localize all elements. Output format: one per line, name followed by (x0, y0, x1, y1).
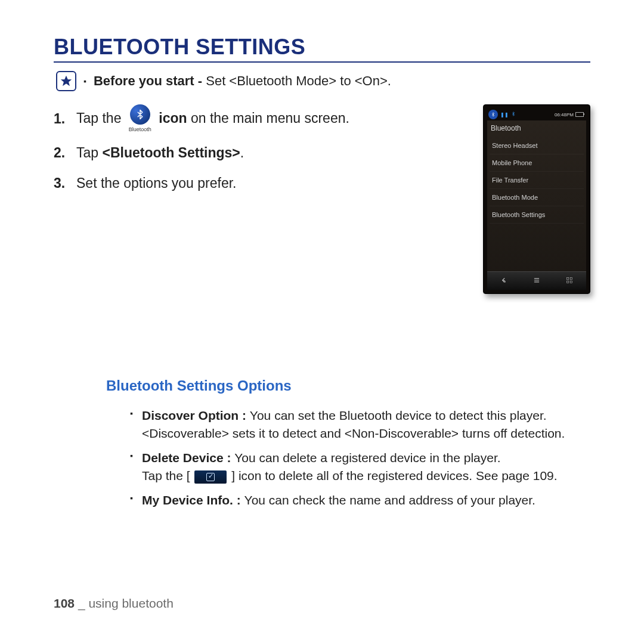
options-list: Discover Option : You can set the Blueto… (106, 407, 590, 509)
option-text: ] icon to delete all of the registered d… (228, 469, 557, 482)
step-2-pre: Tap (76, 145, 102, 160)
content-row: 1. Tap the Bluetooth icon on the main me… (54, 104, 590, 294)
device-screenshot: ❚❚ 06:48PM Bluetooth Stereo Headset Mobi… (483, 104, 590, 294)
grid-icon (565, 276, 574, 286)
step-1-pre: Tap the (76, 110, 125, 126)
device-menu: Stereo Headset Mobile Phone File Transfe… (487, 137, 586, 224)
star-icon (56, 71, 76, 91)
note-text: Before you start - Set <Bluetooth Mode> … (94, 73, 391, 89)
bluetooth-glyph-icon (511, 111, 516, 118)
device-menu-item: File Transfer (490, 172, 584, 189)
step-num: 1. (54, 108, 70, 130)
option-text: You can set the Bluetooth device to dete… (250, 408, 547, 422)
bullet-icon: ▪ (83, 76, 86, 86)
svg-rect-2 (570, 277, 572, 280)
note-row: ▪ Before you start - Set <Bluetooth Mode… (54, 71, 590, 91)
option-delete: Delete Device : You can delete a registe… (130, 449, 590, 485)
page-title: BLUETOOTH SETTINGS (54, 35, 590, 63)
option-device-info: My Device Info. : You can check the name… (130, 491, 590, 509)
footer-sep: _ (75, 596, 88, 610)
step-body: Tap <Bluetooth Settings>. (76, 142, 465, 164)
svg-rect-3 (567, 281, 569, 283)
option-text: <Discoverable> sets it to detect and <No… (142, 426, 565, 440)
step-body: Tap the Bluetooth icon on the main menu … (76, 104, 465, 134)
step-num: 3. (54, 172, 70, 194)
device-menu-item: Mobile Phone (490, 154, 584, 172)
page-number: 108 (54, 596, 75, 610)
device-menu-item: Bluetooth Mode (490, 189, 584, 206)
pause-icon: ❚❚ (500, 112, 509, 117)
page-footer: 108 _ using bluetooth (54, 596, 174, 611)
option-label: My Device Info. : (142, 493, 244, 507)
option-text: Tap the [ (142, 469, 193, 482)
step-1-post: icon (159, 110, 187, 126)
step-num: 2. (54, 142, 70, 164)
back-icon (500, 276, 508, 286)
bluetooth-icon: Bluetooth (129, 104, 151, 134)
step-2-tail: . (240, 145, 244, 160)
device-time: 06:48PM (555, 112, 574, 117)
device-bottombar (487, 271, 586, 290)
note-label: Before you start - (94, 73, 206, 88)
manual-page: BLUETOOTH SETTINGS ▪ Before you start - … (0, 0, 644, 644)
option-text: You can check the name and address of yo… (244, 493, 535, 507)
step-1-tail: on the main menu screen. (187, 110, 349, 126)
device-menu-item: Bluetooth Settings (490, 206, 584, 224)
bluetooth-mini-icon (488, 110, 498, 119)
option-label: Delete Device : (142, 451, 234, 465)
option-text: You can delete a registered device in th… (234, 451, 500, 465)
menu-icon (532, 276, 541, 286)
step-3: 3. Set the options you prefer. (54, 172, 465, 194)
device-menu-item: Stereo Headset (490, 137, 584, 154)
footer-section: using bluetooth (88, 596, 173, 610)
bluetooth-icon-caption: Bluetooth (129, 125, 151, 134)
option-discover: Discover Option : You can set the Blueto… (130, 407, 590, 443)
option-label: Discover Option : (142, 408, 250, 422)
device-header: Bluetooth (487, 120, 586, 137)
svg-rect-1 (567, 277, 569, 280)
svg-rect-4 (570, 281, 572, 283)
step-3-text: Set the options you prefer. (76, 172, 465, 194)
step-2: 2. Tap <Bluetooth Settings>. (54, 142, 465, 164)
note-body: Set <Bluetooth Mode> to <On>. (206, 73, 391, 88)
step-2-bold: <Bluetooth Settings> (102, 145, 240, 160)
steps-list: 1. Tap the Bluetooth icon on the main me… (54, 104, 465, 203)
step-1: 1. Tap the Bluetooth icon on the main me… (54, 104, 465, 134)
checkbox-chip-icon: ✓ (194, 470, 227, 484)
battery-icon (575, 112, 584, 117)
svg-marker-0 (61, 76, 72, 86)
device-statusbar: ❚❚ 06:48PM (487, 109, 586, 120)
options-heading: Bluetooth Settings Options (106, 377, 590, 394)
